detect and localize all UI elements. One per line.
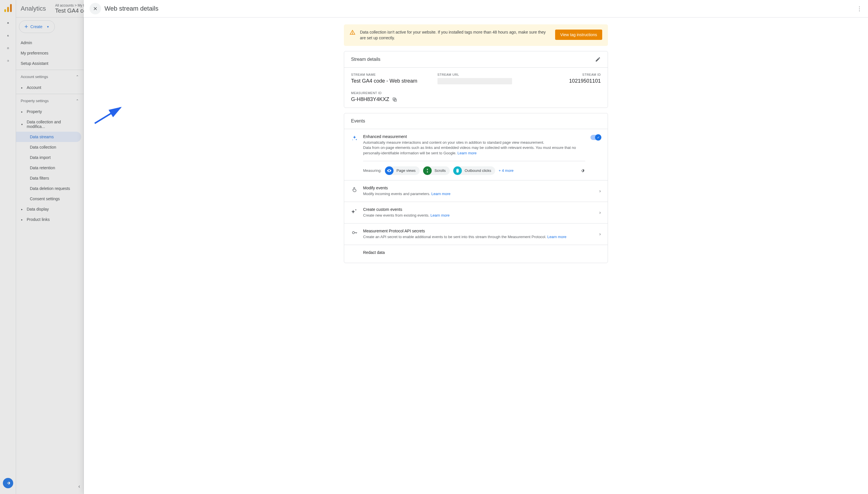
gear-icon: [579, 168, 585, 174]
collapse-sidebar-icon[interactable]: ‹: [78, 483, 80, 489]
mouse-icon: [453, 166, 462, 175]
scroll-icon: [423, 166, 432, 175]
check-icon: ✓: [595, 134, 601, 140]
chip-scrolls: Scrolls: [423, 166, 450, 175]
chevron-right-icon: ›: [599, 210, 601, 215]
sidebar-data-retention[interactable]: Data retention: [16, 163, 84, 173]
events-header: Events: [351, 118, 365, 124]
panel-title: Web stream details: [105, 5, 159, 12]
stream-details-card: Stream details STREAM NAME Test GA4 code…: [344, 51, 608, 108]
sidebar-account[interactable]: Account: [16, 82, 84, 93]
stream-details-header: Stream details: [351, 57, 380, 62]
pencil-icon: [595, 57, 601, 62]
chevron-right-icon: ›: [599, 189, 601, 194]
settings-fab[interactable]: [3, 478, 13, 488]
brand-text: Analytics: [21, 5, 46, 12]
edit-button[interactable]: [595, 57, 601, 62]
warning-text: Data collection isn't active for your we…: [360, 30, 551, 41]
sidebar-data-import[interactable]: Data import: [16, 152, 84, 163]
svg-rect-2: [10, 4, 12, 12]
enhanced-settings-button[interactable]: [579, 168, 585, 174]
key-icon: [351, 229, 358, 236]
breadcrumb-current: Test GA4 co: [55, 7, 88, 14]
svg-point-9: [352, 231, 354, 233]
api-secrets-row[interactable]: Measurement Protocol API secrets Create …: [344, 223, 608, 245]
close-icon: [93, 6, 98, 11]
redact-data-row[interactable]: Redact data: [344, 245, 608, 263]
advertising-icon[interactable]: [5, 57, 12, 64]
svg-rect-0: [4, 9, 6, 12]
sidebar-admin[interactable]: Admin: [16, 38, 84, 48]
sidebar-data-collection-modification[interactable]: Data collection and modifica...: [16, 117, 84, 132]
chevron-up-icon: ⌃: [76, 75, 79, 79]
redact-icon: [351, 251, 358, 258]
stream-url-value: [438, 78, 512, 84]
breadcrumb[interactable]: All accounts > My tes Test GA4 co: [55, 3, 88, 14]
analytics-logo: [2, 2, 14, 14]
chip-outbound: Outbound clicks: [453, 166, 495, 175]
events-card: Events Enhanced measurement Automaticall…: [344, 113, 608, 263]
enhanced-measurement-toggle[interactable]: ✓: [590, 135, 601, 140]
sidebar-data-streams[interactable]: Data streams: [16, 132, 81, 142]
copy-icon: [392, 97, 397, 102]
stream-name-value: Test GA4 code - Web stream: [351, 78, 428, 84]
sidebar-data-deletion[interactable]: Data deletion requests: [16, 183, 84, 194]
admin-sidebar: + Create ▼ Admin My preferences Setup As…: [16, 18, 84, 494]
reports-icon[interactable]: [5, 32, 12, 39]
more-menu-button[interactable]: ⋮: [856, 5, 862, 12]
svg-rect-1: [7, 7, 9, 12]
home-icon[interactable]: [5, 19, 12, 26]
sparkle-alt-icon: [351, 208, 358, 214]
close-button[interactable]: [90, 3, 101, 14]
stream-id-label: STREAM ID: [523, 73, 601, 76]
touch-icon: [351, 186, 358, 193]
api-learn-more-link[interactable]: Learn more: [547, 235, 566, 239]
sidebar-product-links[interactable]: Product links: [16, 214, 84, 225]
chevron-right-icon: ›: [599, 231, 601, 237]
sidebar-data-collection[interactable]: Data collection: [16, 142, 84, 152]
enhanced-measurement-title: Enhanced measurement: [363, 134, 585, 139]
stream-url-label: STREAM URL: [438, 73, 515, 76]
modify-events-row[interactable]: Modify events Modify incoming events and…: [344, 180, 608, 202]
create-custom-events-row[interactable]: Create custom events Create new events f…: [344, 202, 608, 223]
more-chips-link[interactable]: + 4 more: [499, 168, 514, 173]
sidebar-setup[interactable]: Setup Assistant: [16, 58, 84, 69]
chevron-up-icon: ⌃: [76, 99, 79, 103]
dropdown-caret-icon: ▼: [47, 25, 49, 28]
explore-icon[interactable]: [5, 45, 12, 52]
sparkle-icon: [351, 135, 358, 142]
sidebar-property-settings[interactable]: Property settings ⌃: [16, 95, 84, 107]
web-stream-details-panel: Web stream details ⋮ Data collection isn…: [84, 0, 868, 494]
create-button[interactable]: + Create ▼: [19, 20, 55, 33]
sidebar-consent[interactable]: Consent settings: [16, 194, 84, 204]
create-learn-more-link[interactable]: Learn more: [430, 213, 449, 217]
sidebar-data-display[interactable]: Data display: [16, 204, 84, 214]
copy-measurement-id-button[interactable]: [392, 97, 397, 102]
measuring-label: Measuring:: [363, 168, 382, 173]
warning-icon: [350, 30, 355, 35]
nav-rail: [0, 0, 16, 494]
stream-id-value: 10219501101: [523, 78, 601, 84]
sidebar-data-filters[interactable]: Data filters: [16, 173, 84, 183]
enhanced-learn-more-link[interactable]: Learn more: [458, 151, 477, 155]
breadcrumb-path: All accounts > My tes: [55, 3, 88, 7]
sidebar-property[interactable]: Property: [16, 107, 84, 117]
measurement-id-value: G-H8H83Y4KXZ: [351, 96, 389, 102]
panel-header: Web stream details ⋮: [84, 0, 868, 18]
create-label: Create: [31, 24, 42, 29]
view-tag-instructions-button[interactable]: View tag instructions: [555, 30, 602, 40]
chip-page-views: Page views: [385, 166, 419, 175]
data-collection-warning: Data collection isn't active for your we…: [344, 24, 608, 46]
stream-name-label: STREAM NAME: [351, 73, 428, 76]
plus-icon: +: [24, 23, 28, 31]
modify-learn-more-link[interactable]: Learn more: [431, 192, 450, 196]
measurement-id-label: MEASUREMENT ID: [351, 91, 428, 95]
sidebar-prefs[interactable]: My preferences: [16, 48, 84, 58]
eye-icon: [385, 166, 393, 175]
sidebar-account-settings[interactable]: Account settings ⌃: [16, 71, 84, 82]
